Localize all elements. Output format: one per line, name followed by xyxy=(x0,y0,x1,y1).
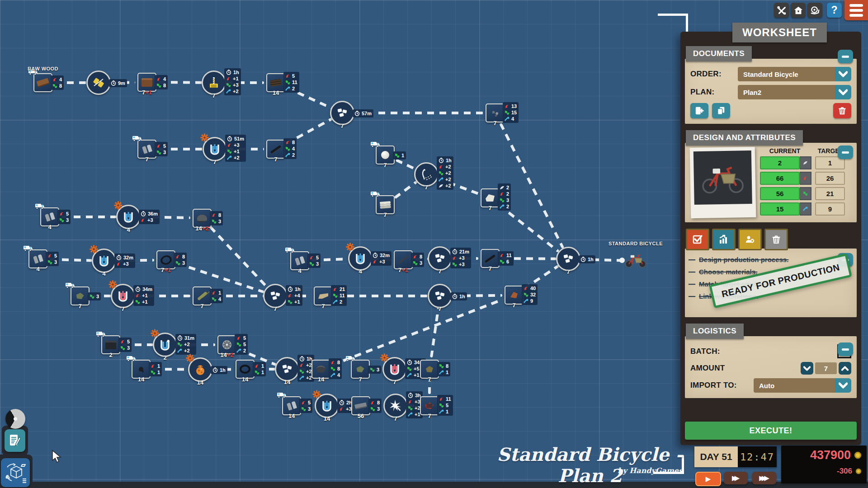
node-badges: 83 xyxy=(368,399,382,413)
node-count: 7 xyxy=(66,303,94,310)
play-speed-2-button[interactable]: ▶▶ xyxy=(724,472,748,484)
node-sewing-machine[interactable] xyxy=(414,162,439,187)
plan-dropdown-chevron[interactable] xyxy=(835,85,851,99)
order-dropdown-chevron[interactable] xyxy=(835,67,851,81)
node-vise-plus[interactable] xyxy=(153,333,177,357)
node-polisher[interactable] xyxy=(383,394,408,418)
import-truck-icon xyxy=(23,245,33,253)
node-saw-machine[interactable] xyxy=(86,70,111,95)
flow-connection xyxy=(331,298,504,366)
node-assembly-hub[interactable] xyxy=(263,284,288,308)
workstation-gear-icon xyxy=(151,329,159,339)
menu-icon xyxy=(849,4,863,7)
mouse-cursor xyxy=(51,450,63,464)
coin-icon xyxy=(855,468,862,475)
delete-plan-button[interactable] xyxy=(833,103,851,118)
green-badge: +3 xyxy=(226,82,239,88)
node-badges: 1h xyxy=(450,292,467,300)
home-button[interactable] xyxy=(791,3,806,18)
node-vise-blue[interactable] xyxy=(116,205,141,229)
money-delta: -306 xyxy=(837,467,852,476)
help-button[interactable]: ? xyxy=(827,3,842,18)
import-to-dropdown[interactable]: Auto xyxy=(754,378,835,393)
design-minimize-button[interactable] xyxy=(838,145,853,159)
node-count: 7 xyxy=(416,376,443,383)
node-count: 7 xyxy=(329,122,356,129)
node-count: 14 xyxy=(262,89,289,96)
node-assembly-hub[interactable] xyxy=(428,246,452,271)
node-assembly-hub[interactable] xyxy=(556,247,580,271)
node-assembly-hub[interactable] xyxy=(330,101,354,125)
tab-worker-settings[interactable] xyxy=(738,229,762,250)
menu-button[interactable] xyxy=(844,0,868,20)
plan-label: PLAN: xyxy=(690,88,738,97)
green-badge: 5 xyxy=(236,341,246,347)
node-vise-pink[interactable] xyxy=(382,357,407,381)
tab-checklist[interactable] xyxy=(686,229,709,250)
new-plan-button[interactable] xyxy=(690,103,708,118)
green-badge: 3 xyxy=(500,197,509,203)
red-badge: 1 xyxy=(255,363,264,369)
notepad-pencil-icon xyxy=(8,433,22,448)
red-badge: 2 xyxy=(500,191,509,197)
tab-discard[interactable] xyxy=(764,229,788,250)
node-furnace[interactable] xyxy=(188,357,212,382)
copy-plan-button[interactable] xyxy=(712,103,730,118)
output-product-bicycle[interactable] xyxy=(623,251,648,271)
amount-decrease-button[interactable] xyxy=(801,362,813,375)
node-count: 4 xyxy=(36,224,63,230)
execute-button[interactable]: EXECUTE! xyxy=(685,422,857,440)
import-truck-icon xyxy=(370,141,380,150)
node-badges: 31m+2+2 xyxy=(175,334,196,355)
money-value: 437900 xyxy=(810,448,851,462)
tools-button[interactable] xyxy=(774,3,789,18)
node-count: 4 xyxy=(115,226,142,233)
node-assembly-hub[interactable] xyxy=(428,284,452,308)
node-wood-log[interactable] xyxy=(33,73,52,92)
import-dropdown-chevron[interactable] xyxy=(835,378,851,393)
amount-value[interactable]: 7 xyxy=(815,362,837,374)
red-badge: +3 xyxy=(373,258,390,265)
node-vise-pink[interactable] xyxy=(111,284,135,308)
tab-statistics[interactable] xyxy=(712,229,736,250)
green-badge: 8 xyxy=(52,83,62,89)
view-3d-toggle-button[interactable] xyxy=(1,458,30,487)
snail-button[interactable] xyxy=(807,3,822,18)
red-badge: +2 xyxy=(299,362,312,368)
amount-increase-button[interactable] xyxy=(839,362,851,375)
worksheet-toggle-button[interactable] xyxy=(5,429,25,452)
node-badges: 32m+3 xyxy=(371,251,392,266)
node-assembly-hub[interactable] xyxy=(275,357,299,381)
day-counter: DAY 51 xyxy=(694,446,738,467)
minus-icon xyxy=(842,348,849,351)
node-vise-blue[interactable] xyxy=(315,394,339,418)
node-count: 7 xyxy=(476,205,504,211)
node-badges: 1h xyxy=(579,255,595,263)
play-speed-3-button[interactable]: ▶▶▶ xyxy=(752,472,776,484)
help-icon: ? xyxy=(831,4,837,16)
attribute-row: 66 26 xyxy=(760,172,851,185)
documents-minimize-button[interactable] xyxy=(838,50,853,63)
node-vise-blue[interactable] xyxy=(348,246,373,271)
plan-dropdown[interactable]: Plan2 xyxy=(738,85,835,99)
node-count: 7 xyxy=(426,268,453,275)
play-speed-1-button[interactable]: ▶ xyxy=(695,472,721,486)
logistics-minimize-button[interactable] xyxy=(838,343,853,356)
timer-badge: 1h xyxy=(212,367,226,373)
minus-icon xyxy=(842,151,849,154)
node-vise-blue[interactable] xyxy=(92,249,116,273)
node-drill-press[interactable] xyxy=(202,70,226,95)
green-badge: +1 xyxy=(135,299,152,305)
node-vise-blue[interactable] xyxy=(203,137,227,161)
node-badges: 53 xyxy=(46,252,59,266)
tools-icon xyxy=(777,5,787,15)
node-badges: 3 xyxy=(368,366,381,374)
day-progress-clock-icon[interactable] xyxy=(5,409,25,429)
green-badge: 8 xyxy=(439,363,448,369)
green-badge: 8 xyxy=(330,366,340,372)
timer-badge: 3h xyxy=(408,392,421,399)
workstation-gear-icon xyxy=(346,243,354,253)
order-dropdown[interactable]: Standard Bicycle xyxy=(738,67,835,81)
trash-icon xyxy=(838,106,847,115)
target-value: 9 xyxy=(815,202,845,216)
